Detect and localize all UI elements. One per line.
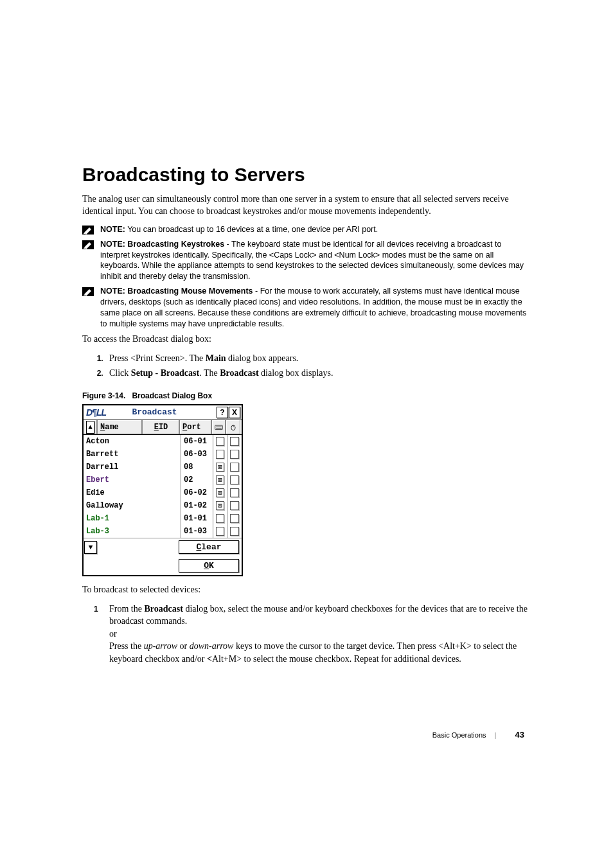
mouse-checkbox[interactable]	[230, 463, 239, 472]
dialog-title: Broadcast	[93, 407, 216, 417]
note-label: NOTE:	[100, 240, 125, 249]
row-port: 06-03	[181, 448, 213, 461]
keyboard-checkbox[interactable]: ⊠	[216, 501, 224, 510]
row-port: 01-02	[181, 499, 213, 512]
step-2: Click Setup - Broadcast. The Broadcast d…	[105, 367, 531, 380]
row-port: 02	[181, 474, 213, 486]
table-row[interactable]: Acton06-01	[84, 435, 242, 448]
mouse-checkbox[interactable]	[230, 475, 239, 484]
row-name: Lab-3	[84, 525, 181, 538]
row-name: Edie	[84, 486, 181, 499]
row-port: 06-01	[181, 435, 213, 448]
page-number: 43	[515, 730, 524, 740]
note-strong: Broadcasting Keystrokes	[125, 240, 224, 249]
keyboard-checkbox[interactable]: ⊠	[216, 463, 224, 472]
col-eid-header[interactable]: EID	[143, 420, 180, 434]
sort-up-button[interactable]: ▲	[84, 420, 98, 434]
broadcast-dialog: D¶LL Broadcast ? X ▲ Name EID Port Acton…	[82, 404, 243, 576]
table-row[interactable]: Barrett06-03	[84, 448, 242, 461]
help-button[interactable]: ?	[217, 407, 228, 418]
pencil-icon	[82, 226, 94, 235]
intro-paragraph: The analog user can simultaneously contr…	[82, 193, 531, 218]
note-1: NOTE: You can broadcast up to 16 devices…	[82, 224, 531, 235]
note-label: NOTE:	[100, 225, 125, 234]
table-row[interactable]: Darrell08⊠	[84, 461, 242, 474]
page-heading: Broadcasting to Servers	[82, 164, 531, 186]
clear-button[interactable]: Clear	[179, 540, 239, 554]
figure-caption: Figure 3-14. Broadcast Dialog Box	[82, 391, 531, 400]
row-name: Darrell	[84, 461, 181, 474]
dialog-titlebar: D¶LL Broadcast ? X	[84, 405, 242, 420]
footer-section: Basic Operations	[432, 731, 486, 739]
mouse-checkbox[interactable]	[230, 450, 239, 459]
broadcast-step-1: 1 From the Broadcast dialog box, select …	[105, 603, 531, 666]
ok-button[interactable]: OK	[179, 559, 239, 572]
mouse-checkbox[interactable]	[230, 437, 239, 446]
mouse-col-icon	[226, 420, 240, 434]
note-strong: Broadcasting Mouse Movements	[125, 287, 253, 296]
access-steps: Press <Print Screen>. The Main dialog bo…	[82, 352, 531, 380]
step-1: Press <Print Screen>. The Main dialog bo…	[105, 352, 531, 365]
table-header: ▲ Name EID Port	[84, 420, 242, 435]
keyboard-checkbox[interactable]: ⊠	[216, 475, 224, 484]
note-3: NOTE: Broadcasting Mouse Movements - For…	[82, 286, 531, 330]
pencil-icon	[82, 240, 94, 249]
keyboard-checkbox[interactable]: ⊠	[216, 488, 224, 497]
note-label: NOTE:	[100, 287, 125, 296]
row-name: Galloway	[84, 499, 181, 512]
table-row[interactable]: Galloway01-02⊠	[84, 499, 242, 512]
mouse-checkbox[interactable]	[230, 488, 239, 497]
keyboard-checkbox[interactable]	[216, 450, 224, 459]
access-line: To access the Broadcast dialog box:	[82, 333, 531, 346]
keyboard-col-icon	[212, 420, 226, 434]
note-2: NOTE: Broadcasting Keystrokes - The keyb…	[82, 239, 531, 283]
sort-down-button[interactable]: ▼	[84, 541, 97, 554]
row-port: 08	[181, 461, 213, 474]
close-button[interactable]: X	[229, 407, 240, 418]
col-name-header[interactable]: Name	[98, 420, 143, 434]
keyboard-checkbox[interactable]	[216, 527, 224, 536]
mouse-checkbox[interactable]	[230, 514, 239, 523]
keyboard-checkbox[interactable]	[216, 437, 224, 446]
row-name: Barrett	[84, 448, 181, 461]
svg-rect-3	[215, 425, 223, 430]
row-port: 01-03	[181, 525, 213, 538]
mouse-checkbox[interactable]	[230, 501, 239, 510]
note-text: You can broadcast up to 16 devices at a …	[125, 225, 378, 234]
broadcast-steps: 1 From the Broadcast dialog box, select …	[82, 603, 531, 666]
page-footer: Basic Operations | 43	[82, 730, 531, 740]
row-port: 06-02	[181, 486, 213, 499]
table-row[interactable]: Edie06-02⊠	[84, 486, 242, 499]
pencil-icon	[82, 287, 94, 296]
row-name: Ebert	[84, 474, 181, 486]
row-name: Acton	[84, 435, 181, 448]
mouse-checkbox[interactable]	[230, 527, 239, 536]
table-row[interactable]: Ebert02⊠	[84, 474, 242, 486]
broadcast-line: To broadcast to selected devices:	[82, 584, 531, 596]
table-row[interactable]: Lab-301-03	[84, 525, 242, 538]
keyboard-checkbox[interactable]	[216, 514, 224, 523]
col-port-header[interactable]: Port	[180, 420, 212, 434]
row-name: Lab-1	[84, 512, 181, 525]
table-row[interactable]: Lab-101-01	[84, 512, 242, 525]
row-port: 01-01	[181, 512, 213, 525]
